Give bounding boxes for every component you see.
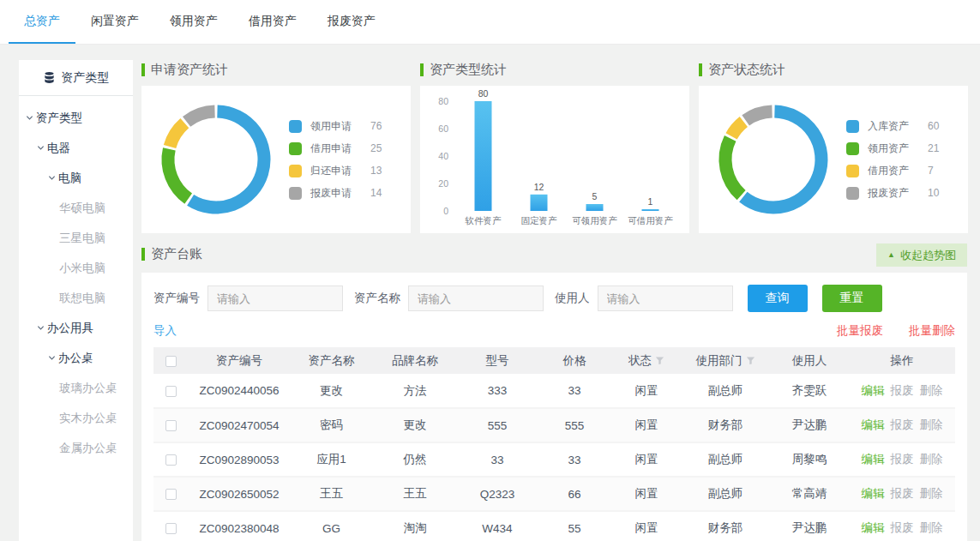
user-field-group: 使用人 [555,286,733,311]
sidebar-tree: 资产类型电器电脑华硕电脑三星电脑小米电脑联想电脑办公用具办公桌玻璃办公桌实木办公… [19,96,133,463]
select-all-header-cell [153,347,188,374]
collapse-trend-label: 收起趋势图 [900,248,956,263]
tree-item[interactable]: 金属办公桌 [19,433,133,463]
chevron-down-icon [48,174,56,182]
row-checkbox[interactable] [165,523,177,534]
batch-scrap-link[interactable]: 批量报废 [837,323,883,339]
legend-color-chip [289,142,302,155]
brand-cell: 王五 [372,477,458,511]
legend-item[interactable]: 领用申请76 [289,115,382,137]
delete-action-link[interactable]: 删除 [920,384,943,397]
select-all-checkbox[interactable] [165,356,177,367]
user-cell: 周黎鸣 [770,442,849,477]
batch-delete-link[interactable]: 批量删除 [909,323,955,339]
chart-legend: 领用申请76借用申请25归还申请13报废申请14 [289,115,382,204]
filter-funnel-icon[interactable] [655,356,664,365]
tree-item[interactable]: 玻璃办公桌 [19,373,133,403]
row-checkbox[interactable] [165,420,177,431]
import-link[interactable]: 导入 [153,323,177,339]
edit-action-link[interactable]: 编辑 [862,521,885,534]
legend-item[interactable]: 入库资产60 [846,115,939,137]
delete-action-link[interactable]: 删除 [920,453,943,466]
chart-title-type: 资产类型统计 [420,62,507,78]
tree-item-label: 办公用具 [47,321,93,336]
row-checkbox-cell [153,511,188,541]
column-header-label: 资产编号 [216,354,262,367]
column-header: 使用人 [770,347,849,374]
tree-item[interactable]: 办公用具 [19,313,133,343]
edit-action-link[interactable]: 编辑 [862,384,885,397]
tree-item[interactable]: 小米电脑 [19,253,133,283]
edit-action-link[interactable]: 编辑 [862,418,885,431]
column-header: 品牌名称 [372,347,458,374]
asset-name-input[interactable] [408,286,544,311]
department-cell: 副总师 [681,374,770,408]
filter-funnel-icon[interactable] [746,356,755,365]
tab-3[interactable]: 借用资产 [233,0,312,44]
tree-item[interactable]: 三星电脑 [19,223,133,253]
table-row: ZC0902650052王五王五Q232366闲置副总师常高靖编辑报废删除 [153,477,955,511]
legend-label: 报废资产 [868,186,928,201]
column-header: 使用部门 [681,347,770,374]
asset-code-input[interactable] [207,286,343,311]
status-cell: 闲置 [612,442,681,477]
edit-action-link[interactable]: 编辑 [862,487,885,500]
delete-action-link[interactable]: 删除 [920,418,943,431]
edit-action-link[interactable]: 编辑 [862,453,885,466]
tree-item[interactable]: 电脑 [19,163,133,193]
user-input[interactable] [598,286,733,311]
tab-0[interactable]: 总资产 [9,0,75,44]
tab-4[interactable]: 报废资产 [312,0,391,44]
price-cell: 55 [537,511,612,541]
tree-item[interactable]: 华硕电脑 [19,193,133,223]
sidebar-header: 资产类型 [19,60,133,96]
scrap-action-link[interactable]: 报废 [891,487,914,500]
legend-item[interactable]: 借用申请25 [289,137,382,159]
row-checkbox[interactable] [165,386,177,397]
tree-item-label: 玻璃办公桌 [59,381,117,396]
user-cell: 尹达鹏 [770,408,849,442]
row-checkbox-cell [153,374,188,408]
legend-item[interactable]: 借用资产7 [846,159,939,182]
tree-item[interactable]: 实木办公桌 [19,403,133,433]
model-cell: 555 [458,408,537,442]
tree-item[interactable]: 联想电脑 [19,283,133,313]
legend-item[interactable]: 归还申请13 [289,159,382,182]
scrap-action-link[interactable]: 报废 [891,453,914,466]
scrap-action-link[interactable]: 报废 [891,521,914,534]
row-checkbox-cell [153,442,188,477]
tree-item[interactable]: 办公桌 [19,343,133,373]
scrap-action-link[interactable]: 报废 [891,418,914,431]
scrap-action-link[interactable]: 报废 [891,384,914,397]
svg-text:80: 80 [438,96,448,106]
legend-label: 借用申请 [310,141,370,156]
query-button[interactable]: 查询 [748,285,808,312]
chevron-down-icon [37,144,45,152]
table-row: ZC0902380048GG淘淘W43455闲置财务部尹达鹏编辑报废删除 [153,511,955,541]
chevron-down-icon [48,354,56,362]
model-cell: W434 [458,511,537,541]
legend-item[interactable]: 领用资产21 [846,137,939,159]
reset-button[interactable]: 重置 [822,285,882,312]
legend-label: 入库资产 [868,119,928,134]
legend-item[interactable]: 报废申请14 [289,182,382,204]
tree-item[interactable]: 电器 [19,133,133,163]
asset-code-cell: ZC0902650052 [188,477,291,511]
tab-1[interactable]: 闲置资产 [75,0,154,44]
department-cell: 副总师 [681,477,770,511]
tab-2[interactable]: 领用资产 [154,0,233,44]
svg-text:12: 12 [534,182,544,192]
legend-value: 25 [370,142,382,154]
column-header: 资产编号 [188,347,291,374]
row-checkbox[interactable] [165,489,177,500]
row-checkbox[interactable] [165,454,177,466]
tree-item[interactable]: 资产类型 [19,103,133,133]
legend-value: 76 [370,120,382,132]
legend-item[interactable]: 报废资产10 [846,182,939,204]
chart-title-text: 申请资产统计 [151,62,228,78]
collapse-trend-button[interactable]: ▲ 收起趋势图 [876,243,967,267]
delete-action-link[interactable]: 删除 [920,521,943,534]
column-header-label: 品牌名称 [392,354,438,367]
tree-item-label: 联想电脑 [59,291,105,306]
delete-action-link[interactable]: 删除 [920,487,943,500]
